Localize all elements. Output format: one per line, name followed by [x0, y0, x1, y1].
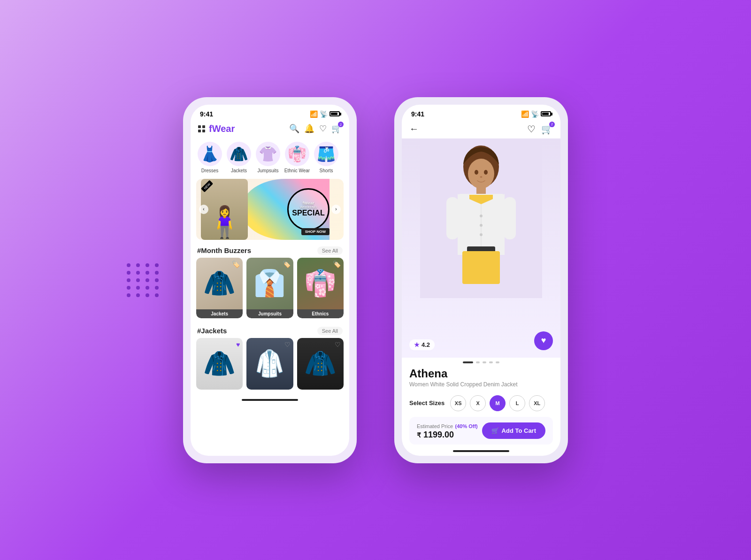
- rating-badge: ★ 4.2: [409, 339, 435, 350]
- home-indicator-1: [191, 395, 349, 405]
- category-label-shorts: Shorts: [320, 168, 333, 173]
- product-wishlist-button[interactable]: ♥: [534, 331, 553, 350]
- jackets-grid: 🧥 ♥ 🥼 ♡ 🧥 ♡: [191, 338, 349, 395]
- wishlist-icon-blue[interactable]: ♡: [284, 341, 291, 348]
- bookmark-icon-2: 🏷️: [283, 261, 291, 268]
- size-btn-l[interactable]: L: [509, 395, 525, 411]
- category-item-dresses[interactable]: 👗 Dresses: [196, 142, 223, 173]
- jackets-section-title: #Jackets: [197, 327, 227, 335]
- banner-prev-button[interactable]: ‹: [199, 205, 208, 214]
- dot-2: [476, 361, 480, 363]
- size-selector-label: Select Sizes: [409, 399, 444, 407]
- grid-menu-icon[interactable]: [198, 125, 205, 132]
- signal-icon-2: 📶: [521, 110, 529, 118]
- app-header: fWear 🔍 🔔 ♡ 🛒 2: [191, 120, 349, 138]
- svg-point-7: [480, 215, 483, 217]
- home-bar-1: [242, 399, 298, 401]
- app-logo: fWear: [198, 123, 235, 134]
- model-svg: [420, 138, 542, 298]
- detail-header-icons: ♡ 🛒 2: [527, 123, 553, 135]
- wishlist-icon-black[interactable]: ♡: [335, 341, 341, 348]
- size-btn-xs[interactable]: XS: [450, 395, 466, 411]
- promo-banner[interactable]: 🧍‍♀️ NEW fWear WEEKEND SPECIAL SHOP NOW …: [196, 179, 344, 240]
- detail-cart-wrap[interactable]: 🛒 2: [541, 123, 553, 135]
- shop-now-button[interactable]: SHOP NOW: [301, 228, 330, 235]
- svg-point-9: [480, 233, 483, 236]
- product-info: Athena Women White Solid Cropped Denim J…: [402, 367, 560, 391]
- price-value: ₹ 1199.00: [417, 430, 478, 440]
- svg-rect-10: [446, 197, 459, 239]
- header-icons: 🔍 🔔 ♡ 🛒 2: [289, 123, 342, 134]
- add-to-cart-button[interactable]: 🛒 Add To Cart: [482, 422, 545, 439]
- size-btn-m[interactable]: M: [490, 395, 506, 411]
- category-circle-shorts: 🩳: [314, 142, 338, 166]
- svg-rect-11: [504, 197, 516, 239]
- category-item-jackets[interactable]: 🧥 Jackets: [225, 142, 253, 173]
- category-item-shorts[interactable]: 🩳 Shorts: [313, 142, 340, 173]
- category-label-ethnic: Ethnic Wear: [284, 168, 310, 173]
- product-label-ethnics: Ethnics: [297, 309, 344, 318]
- product-card-ethnics[interactable]: 👘 🏷️ Ethnics: [297, 258, 344, 318]
- month-buzzers-grid: 🧥 🏷️ Jackets 👔 🏷️ Jumpsuits 👘: [191, 258, 349, 322]
- cart-icon-wrap[interactable]: 🛒 2: [331, 123, 342, 134]
- category-label-dresses: Dresses: [201, 168, 219, 173]
- back-button[interactable]: ←: [409, 123, 419, 134]
- month-buzzers-title: #Month Buzzers: [197, 246, 251, 254]
- banner-special: SPECIAL: [292, 209, 324, 217]
- detail-wishlist-icon[interactable]: ♡: [527, 123, 536, 135]
- size-btn-xl[interactable]: XL: [529, 395, 545, 411]
- bell-icon[interactable]: 🔔: [304, 123, 314, 134]
- price-info: Estimated Price (40% Off) ₹ 1199.00: [417, 422, 478, 440]
- battery-icon: [330, 111, 340, 116]
- dot-1: [463, 361, 473, 363]
- category-label-jackets: Jackets: [231, 168, 247, 173]
- decorative-dots-left: [127, 263, 161, 297]
- size-btn-x[interactable]: X: [470, 395, 486, 411]
- dot-5: [496, 361, 499, 363]
- banner-brand: fWear: [303, 201, 314, 206]
- category-circle-dresses: 👗: [198, 142, 222, 166]
- discount-badge: (40% Off): [455, 423, 477, 429]
- wishlist-header-icon[interactable]: ♡: [319, 123, 327, 134]
- banner-circle: fWear WEEKEND SPECIAL: [287, 188, 330, 230]
- time-2: 9:41: [411, 110, 424, 118]
- jacket-card-black[interactable]: 🧥 ♡: [297, 338, 344, 390]
- category-item-jumpsuits[interactable]: 👚 Jumpsuits: [254, 142, 282, 173]
- category-item-ethnic[interactable]: 👘 Ethnic Wear: [284, 142, 311, 173]
- jacket-card-white[interactable]: 🧥 ♥: [196, 338, 243, 390]
- estimated-label: Estimated Price: [417, 423, 453, 429]
- category-circle-jackets: 🧥: [227, 142, 251, 166]
- search-icon[interactable]: 🔍: [289, 123, 299, 134]
- home-bar-2: [453, 450, 509, 452]
- jackets-section-header: #Jackets See All: [191, 322, 349, 338]
- banner-next-button[interactable]: ›: [331, 205, 341, 214]
- dot-3: [483, 361, 486, 363]
- bookmark-icon-1: 🏷️: [232, 261, 240, 268]
- battery-icon-2: [541, 111, 551, 116]
- price-cart-section: Estimated Price (40% Off) ₹ 1199.00 🛒 Ad…: [409, 417, 553, 445]
- product-card-jackets[interactable]: 🧥 🏷️ Jackets: [196, 258, 243, 318]
- app-name-prefix: f: [209, 123, 212, 134]
- svg-point-14: [475, 170, 478, 175]
- size-selector: Select Sizes XS X M L XL: [402, 391, 560, 415]
- svg-point-15: [484, 170, 488, 175]
- product-name: Athena: [409, 367, 553, 380]
- heart-filled-icon: ♥: [541, 336, 546, 345]
- category-circle-jumpsuits: 👚: [256, 142, 280, 166]
- svg-point-16: [480, 176, 483, 178]
- wifi-icon-2: 📡: [531, 110, 539, 118]
- month-buzzers-see-all[interactable]: See All: [317, 246, 343, 255]
- cart-button-label: Add To Cart: [502, 427, 536, 434]
- phone-product-detail: 9:41 📶 📡 ← ♡ 🛒 2: [394, 97, 568, 463]
- rating-value: 4.2: [421, 341, 430, 348]
- wishlist-icon-white[interactable]: ♥: [236, 341, 240, 348]
- jacket-card-blue[interactable]: 🥼 ♡: [246, 338, 293, 390]
- jackets-see-all[interactable]: See All: [317, 327, 343, 335]
- app-name-suffix: Wear: [212, 123, 235, 134]
- currency-symbol: ₹: [417, 431, 421, 439]
- product-label-jackets: Jackets: [196, 309, 243, 318]
- month-buzzers-header: #Month Buzzers See All: [191, 242, 349, 258]
- svg-point-8: [480, 224, 483, 227]
- banner-weekend: WEEKEND: [300, 206, 316, 209]
- product-card-jumpsuits[interactable]: 👔 🏷️ Jumpsuits: [246, 258, 293, 318]
